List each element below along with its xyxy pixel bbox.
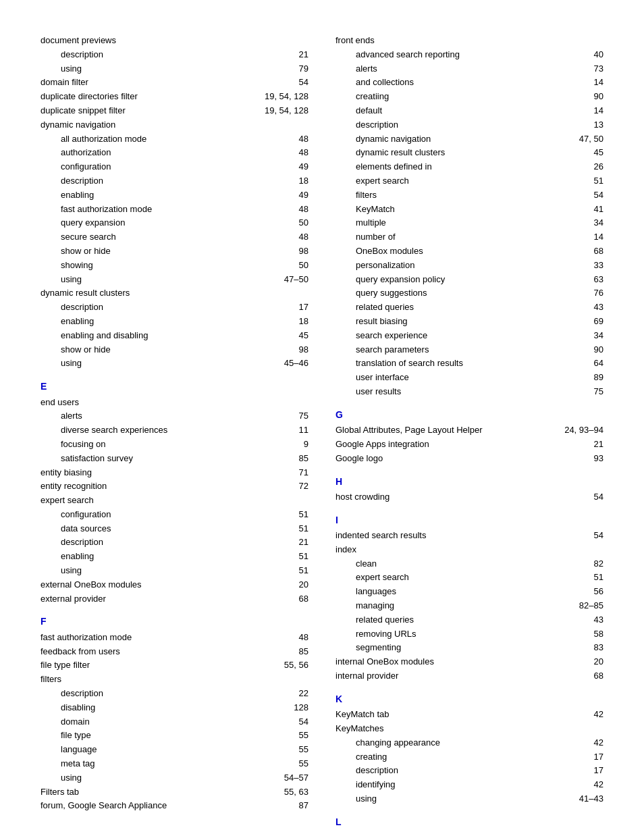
- index-entry: end users: [41, 396, 308, 410]
- entry-page: 20: [594, 655, 603, 669]
- entry-page: 19, 54, 128: [265, 104, 308, 118]
- entry-page: 17: [594, 750, 603, 764]
- entry-page: 51: [594, 174, 603, 188]
- index-entry: file type55: [61, 729, 308, 743]
- index-entry: dynamic navigation47, 50: [356, 132, 603, 147]
- index-entry: user interface89: [356, 371, 603, 385]
- entry-page: 22: [299, 687, 308, 701]
- entry-label: show or hide: [61, 343, 111, 357]
- entry-page: 98: [299, 343, 308, 357]
- entry-page: 41–43: [579, 792, 603, 806]
- entry-label: Google Apps integration: [336, 438, 429, 452]
- entry-label: KeyMatches: [336, 722, 384, 736]
- entry-label: creatiing: [356, 90, 389, 104]
- entry-page: 69: [594, 315, 603, 329]
- entry-label: using: [61, 62, 82, 76]
- entry-page: 85: [299, 645, 308, 659]
- index-entry: entity biasing71: [41, 466, 308, 480]
- entry-page: 68: [594, 669, 603, 683]
- entry-label: default: [356, 104, 382, 118]
- index-entry: KeyMatch41: [356, 203, 603, 217]
- index-entry: language bundles64–67: [336, 831, 603, 834]
- entry-page: 54: [594, 188, 603, 203]
- entry-label: using: [61, 357, 82, 371]
- index-entry: host crowding54: [336, 490, 603, 504]
- entry-label: authorization: [61, 146, 111, 160]
- entry-page: 85: [299, 452, 308, 466]
- entry-page: 48: [299, 230, 308, 244]
- index-entry: authorization48: [61, 146, 308, 160]
- entry-label: KeyMatch tab: [336, 708, 390, 722]
- index-entry: enabling49: [61, 188, 308, 203]
- entry-page: 89: [594, 371, 603, 385]
- entry-label: dynamic result clusters: [356, 146, 445, 160]
- entry-label: dynamic result clusters: [41, 286, 130, 301]
- entry-page: 87: [299, 799, 308, 813]
- entry-page: 72: [299, 479, 308, 494]
- entry-page: 42: [594, 708, 603, 722]
- index-entry: data sources51: [61, 522, 308, 536]
- index-entry: forum, Google Search Appliance87: [41, 799, 308, 813]
- entry-label: entity biasing: [41, 466, 92, 480]
- entry-label: expert search: [41, 494, 94, 508]
- entry-page: 55, 63: [284, 785, 308, 800]
- index-entry: internal OneBox modules20: [336, 655, 603, 669]
- index-entry: changing appearance42: [356, 736, 603, 750]
- index-entry: dynamic result clusters45: [356, 146, 603, 160]
- entry-label: duplicate directories filter: [41, 90, 138, 104]
- index-entry: translation of search results64: [356, 357, 603, 371]
- section-letter: L: [336, 814, 603, 829]
- entry-page: 13: [594, 118, 603, 132]
- entry-label: show or hide: [61, 244, 111, 259]
- entry-page: 55, 56: [284, 658, 308, 673]
- index-entry: language55: [61, 743, 308, 757]
- entry-page: 24, 93–94: [564, 423, 603, 438]
- entry-label: front ends: [336, 34, 375, 48]
- entry-label: using: [61, 564, 82, 578]
- entry-label: and collections: [356, 76, 414, 90]
- entry-page: 20: [299, 578, 308, 592]
- index-entry: Google Apps integration21: [336, 438, 603, 452]
- entry-page: 14: [594, 104, 603, 118]
- index-entry: search experience34: [356, 329, 603, 343]
- entry-page: 47–50: [284, 273, 308, 287]
- index-entry: removing URLs58: [356, 627, 603, 642]
- entry-label: enabling and disabling: [61, 329, 148, 343]
- entry-label: description: [61, 301, 103, 315]
- index-entry: show or hide98: [61, 343, 308, 357]
- entry-label: search experience: [356, 329, 427, 343]
- index-entry: file type filter55, 56: [41, 658, 308, 673]
- entry-label: description: [356, 118, 398, 132]
- entry-label: internal provider: [336, 669, 398, 683]
- entry-label: related queries: [356, 613, 414, 627]
- entry-label: search parameters: [356, 343, 429, 357]
- entry-page: 43: [594, 301, 603, 315]
- index-entry: using51: [61, 564, 308, 578]
- index-entry: alerts73: [356, 62, 603, 76]
- index-entry: show or hide98: [61, 244, 308, 259]
- index-entry: secure search48: [61, 230, 308, 244]
- entry-page: 63: [594, 273, 603, 287]
- index-entry: using79: [61, 62, 308, 76]
- index-entry: and collections14: [356, 76, 603, 90]
- entry-label: document previews: [41, 34, 116, 48]
- entry-page: 14: [594, 76, 603, 90]
- entry-page: 76: [594, 286, 603, 301]
- entry-page: 41: [594, 203, 603, 217]
- entry-page: 21: [299, 536, 308, 550]
- entry-label: end users: [41, 396, 79, 410]
- entry-page: 54: [594, 529, 603, 543]
- entry-label: configuration: [61, 160, 111, 174]
- index-entry: multiple34: [356, 216, 603, 230]
- index-entry: duplicate directories filter19, 54, 128: [41, 90, 308, 104]
- index-entry: description13: [356, 118, 603, 132]
- index-entry: internal provider68: [336, 669, 603, 683]
- index-entry: managing82–85: [356, 599, 603, 613]
- entry-page: 48: [299, 146, 308, 160]
- entry-label: all authorization mode: [61, 132, 146, 147]
- entry-label: segmenting: [356, 641, 401, 655]
- index-entry: description17: [356, 764, 603, 778]
- index-entry: meta tag55: [61, 757, 308, 771]
- index-entry: using41–43: [356, 792, 603, 806]
- entry-page: 93: [594, 452, 603, 466]
